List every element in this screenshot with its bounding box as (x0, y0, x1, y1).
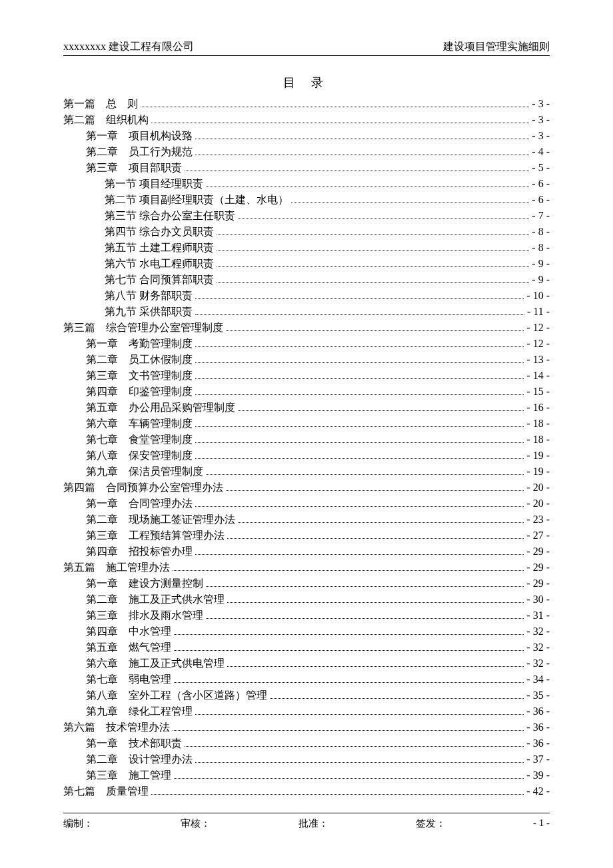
toc-entry-label: 第二篇 组织机构 (63, 112, 149, 128)
toc-entry-page: - 34 - (526, 671, 550, 687)
toc-entry-label: 第二章 设计管理办法 (86, 751, 193, 767)
toc-entry: 第一章 技术部职责 - 36 - (63, 735, 550, 751)
toc-leader-dots (195, 714, 524, 715)
toc-leader-dots (206, 187, 529, 187)
toc-entry-page: - 36 - (526, 735, 550, 751)
toc-entry: 第三篇 综合管理办公室管理制度 - 12 - (63, 320, 550, 336)
toc-leader-dots (226, 330, 524, 331)
toc-entry-label: 第九章 保洁员管理制度 (86, 464, 203, 480)
toc-entry-page: - 4 - (532, 144, 550, 160)
document-page: xxxxxxxx 建设工程有限公司 建设项目管理实施细则 目 录 第一篇 总 则… (0, 0, 613, 868)
toc-entry-page: - 20 - (526, 480, 550, 496)
toc-leader-dots (195, 378, 524, 379)
toc-entry-page: - 32 - (526, 640, 550, 655)
toc-entry: 第三节 综合办公室主任职责 - 7 - (63, 208, 550, 224)
toc-entry-page: - 7 - (532, 208, 550, 224)
toc-entry: 第五章 燃气管理 - 32 - (63, 640, 550, 655)
toc-leader-dots (195, 298, 524, 299)
toc-entry-label: 第八章 室外工程（含小区道路）管理 (86, 687, 267, 703)
toc-leader-dots (174, 778, 524, 779)
toc-entry-label: 第一章 项目机构设臵 (86, 128, 193, 144)
toc-entry-page: - 16 - (526, 400, 550, 416)
toc-entry: 第二章 施工及正式供水管理 - 30 - (63, 592, 550, 608)
toc-leader-dots (270, 698, 524, 699)
toc-entry-label: 第七章 食堂管理制度 (86, 432, 193, 448)
toc-entry: 第二章 员工休假制度 - 13 - (63, 352, 550, 368)
toc-leader-dots (195, 458, 524, 459)
header-company: xxxxxxxx 建设工程有限公司 (63, 40, 194, 54)
toc-entry: 第三章 排水及雨水管理 - 31 - (63, 608, 550, 624)
toc-leader-dots (151, 794, 524, 795)
toc-entry-label: 第二节 项目副经理职责（土建、水电） (105, 192, 289, 208)
toc-entry: 第七节 合同预算部职责 - 9 - (63, 272, 550, 288)
toc-leader-dots (174, 634, 524, 635)
toc-leader-dots (174, 682, 524, 683)
toc-entry-page: - 31 - (526, 608, 550, 624)
toc-entry-page: - 6 - (532, 192, 550, 208)
toc-leader-dots (217, 266, 529, 267)
footer-issue: 签发： (416, 817, 533, 830)
toc-entry-page: - 29 - (526, 576, 550, 592)
toc-entry: 第四章 中水管理 - 32 - (63, 624, 550, 640)
toc-leader-dots (217, 282, 529, 283)
toc-leader-dots (195, 762, 524, 763)
toc-entry-label: 第九章 绿化工程管理 (86, 703, 193, 719)
toc-entry-label: 第七节 合同预算部职责 (105, 272, 214, 288)
toc-entry-label: 第三章 施工管理 (86, 767, 171, 783)
footer-compile: 编制： (63, 817, 181, 830)
toc-entry-page: - 37 - (526, 751, 550, 767)
toc-entry-label: 第三章 文书管理制度 (86, 368, 193, 384)
toc-entry-label: 第一章 技术部职责 (86, 735, 182, 751)
toc-entry-label: 第四篇 合同预算办公室管理办法 (63, 480, 223, 496)
toc-entry-label: 第二章 现场施工签证管理办法 (86, 512, 235, 528)
toc-leader-dots (227, 538, 524, 539)
toc-entry-page: - 3 - (532, 96, 550, 112)
toc-leader-dots (206, 586, 524, 587)
toc-leader-dots (238, 218, 529, 219)
toc-entry-page: - 27 - (526, 528, 550, 544)
toc-leader-dots (195, 426, 524, 427)
toc-entry-label: 第八节 财务部职责 (105, 288, 193, 304)
page-footer: 编制： 审核： 批准： 签发： - 1 - (63, 813, 550, 830)
toc-entry-page: - 36 - (526, 719, 550, 735)
toc-entry: 第七章 弱电管理 - 34 - (63, 671, 550, 687)
toc-leader-dots (195, 506, 524, 507)
toc-entry: 第三章 项目部职责 - 5 - (63, 160, 550, 176)
toc-leader-dots (141, 107, 529, 107)
toc-leader-dots (174, 650, 524, 651)
footer-page-number: - 1 - (533, 817, 550, 830)
toc-entry-page: - 11 - (527, 304, 550, 320)
toc-entry-label: 第三节 综合办公室主任职责 (105, 208, 235, 224)
toc-entry: 第三章 施工管理 - 39 - (63, 767, 550, 783)
toc-leader-dots (195, 155, 529, 155)
toc-entry-page: - 32 - (526, 624, 550, 640)
toc-entry: 第二章 设计管理办法 - 37 - (63, 751, 550, 767)
toc-entry-label: 第五章 办公用品采购管理制度 (86, 400, 235, 416)
toc-entry: 第三章 文书管理制度 - 14 - (63, 368, 550, 384)
toc-entry: 第六章 车辆管理制度 - 18 - (63, 416, 550, 432)
toc-leader-dots (195, 394, 524, 395)
toc-entry-label: 第三篇 综合管理办公室管理制度 (63, 320, 223, 336)
toc-entry: 第九节 采供部职责 - 11 - (63, 304, 550, 320)
toc-entry-label: 第二章 施工及正式供水管理 (86, 592, 225, 608)
toc-entry-page: - 19 - (526, 464, 550, 480)
toc-entry-label: 第八章 保安管理制度 (86, 448, 193, 464)
toc-entry-label: 第六节 水电工程师职责 (105, 256, 214, 272)
toc-entry-label: 第三章 项目部职责 (86, 160, 182, 176)
toc-entry-label: 第四章 招投标管办理 (86, 544, 193, 560)
toc-entry-page: - 18 - (526, 432, 550, 448)
toc-entry-page: - 9 - (532, 272, 550, 288)
toc-entry: 第二节 项目副经理职责（土建、水电） - 6 - (63, 192, 550, 208)
toc-entry-page: - 12 - (526, 320, 550, 336)
toc-entry-label: 第三章 排水及雨水管理 (86, 608, 203, 624)
toc-entry-label: 第七章 弱电管理 (86, 671, 171, 687)
page-header: xxxxxxxx 建设工程有限公司 建设项目管理实施细则 (63, 40, 550, 56)
toc-entry-label: 第二章 员工行为规范 (86, 144, 193, 160)
toc-entry-label: 第一章 合同管理办法 (86, 496, 193, 512)
toc-container: 第一篇 总 则 - 3 -第二篇 组织机构 - 3 -第一章 项目机构设臵 - … (63, 96, 550, 799)
toc-entry: 第五章 办公用品采购管理制度 - 16 - (63, 400, 550, 416)
toc-entry: 第八章 保安管理制度 - 19 - (63, 448, 550, 464)
toc-entry: 第五节 土建工程师职责 - 8 - (63, 240, 550, 256)
toc-entry: 第四章 印鉴管理制度 - 15 - (63, 384, 550, 400)
toc-entry: 第六章 施工及正式供电管理 - 32 - (63, 655, 550, 671)
